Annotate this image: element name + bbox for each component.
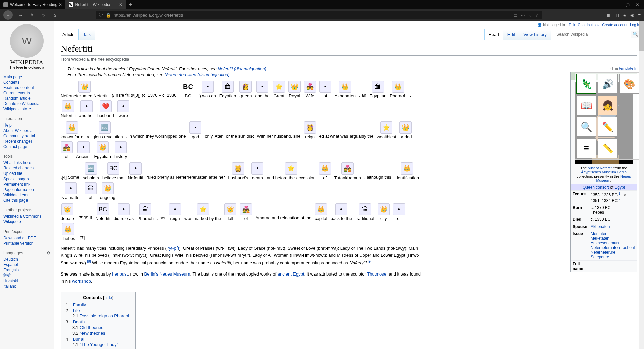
ref-8[interactable]: [8] (87, 260, 91, 263)
reload-button[interactable]: ⟳ (40, 11, 47, 19)
lock-icon[interactable]: 🔒 (106, 13, 111, 18)
sidebar-link[interactable]: Main page (3, 74, 50, 80)
sidebar-link[interactable]: Random article (3, 96, 50, 101)
infobox-link[interactable]: Meketaten (591, 236, 635, 241)
toc-link[interactable]: New theories (80, 331, 105, 336)
page-tab[interactable]: Talk (78, 29, 95, 40)
a11y-reader-icon[interactable]: 👧 (598, 95, 618, 115)
sidebar-link[interactable]: Cite this page (3, 198, 50, 203)
a11y-annotate-icon[interactable]: ✏️ (598, 117, 618, 137)
back-button[interactable]: ← (3, 10, 13, 20)
toc-link[interactable]: Burial (73, 337, 84, 342)
bookmark-star-icon[interactable]: ☆ (535, 13, 539, 18)
sidebar-link[interactable]: Recent changes (3, 139, 50, 144)
sidebar-link[interactable]: Printable version (3, 241, 50, 246)
pocket-icon[interactable]: ⌄ (528, 13, 532, 18)
library-icon[interactable]: ⫼ (606, 13, 611, 18)
toc-link[interactable]: Possible reign as Pharaoh (80, 313, 131, 318)
sidebar-link[interactable]: Wikimedia Commons (3, 214, 50, 219)
sidebar-link[interactable]: Current events (3, 90, 50, 96)
sidebar-link[interactable]: Page information (3, 187, 50, 192)
sidebar-icon[interactable]: ◫ (615, 13, 619, 18)
sidebar-link[interactable]: Hrvatski (3, 278, 50, 284)
page-tab[interactable]: View history (519, 29, 551, 40)
search-input[interactable] (554, 31, 631, 38)
gear-icon[interactable]: ⚙ (47, 251, 50, 255)
page-tab[interactable]: Edit (503, 29, 519, 40)
sidebar-link[interactable]: Download as PDF (3, 235, 50, 241)
toc-link[interactable]: Death (73, 319, 85, 325)
close-window-icon[interactable]: ✕ (636, 2, 639, 7)
page-tab[interactable]: Read (484, 29, 503, 40)
sidebar-link[interactable]: Deutsch (3, 257, 50, 262)
page-tab[interactable]: Article (58, 29, 79, 40)
personal-link[interactable]: Create account (602, 23, 627, 27)
sidebar-link[interactable]: Upload file (3, 171, 50, 176)
a11y-chameleon-icon[interactable]: 🦎 (576, 74, 596, 94)
sidebar-link[interactable]: Donate to Wikipedia (3, 101, 50, 106)
infobox-link[interactable]: Neferneferure (591, 250, 635, 255)
close-icon[interactable]: ✕ (59, 2, 62, 7)
edit-url-icon[interactable]: ✎ (28, 11, 36, 19)
sidebar-link[interactable]: Wikipedia store (3, 106, 50, 112)
infobox-link[interactable]: Setepenre (591, 255, 635, 259)
disambig-link-2[interactable]: Neferneferuaten (disambiguation) (165, 72, 230, 77)
sidebar-link[interactable]: Wikidata item (3, 192, 50, 198)
ancient-egypt-link[interactable]: ancient Egypt (278, 271, 304, 277)
wikipedia-logo[interactable]: W WIKIPEDIA The Free Encyclopedia (3, 24, 50, 69)
sidebar-link[interactable]: Related changes (3, 165, 50, 171)
queen-consort-link[interactable]: Queen consort (583, 185, 609, 190)
ref-9[interactable]: [9] (368, 260, 371, 263)
page-actions-icon[interactable]: ⋯ (521, 13, 525, 18)
thutmose-link[interactable]: Thutmose (367, 271, 386, 277)
url-bar[interactable]: 🛡 🔒 https://en.wikipedia.org/wiki/Nefert… (96, 11, 542, 19)
toc-link[interactable]: Old theories (80, 325, 103, 330)
template-link[interactable]: template In (619, 66, 637, 70)
bust-link[interactable]: bust of Nefertiti (588, 166, 612, 170)
a11y-palette-icon[interactable]: 🎨 (619, 74, 639, 94)
home-button[interactable]: ⌂ (51, 11, 58, 19)
menu-icon[interactable]: ≡ (638, 13, 641, 18)
infobox-link[interactable]: Meritaten (591, 231, 635, 236)
toc-link[interactable]: "The Younger Lady" (80, 342, 118, 347)
a11y-magnify-icon[interactable]: 🔍 (576, 117, 596, 137)
personal-link[interactable]: Contributions (578, 23, 600, 27)
sidebar-link[interactable]: Contents (3, 80, 50, 85)
workshop-link[interactable]: workshop (72, 279, 91, 284)
sidebar-link[interactable]: Permanent link (3, 182, 50, 187)
maximize-icon[interactable]: ▢ (626, 2, 630, 7)
sidebar-link[interactable]: हिन्दी (3, 273, 50, 278)
infobox-link[interactable]: Akhenaten (591, 224, 635, 229)
toc-link[interactable]: Life (73, 308, 80, 313)
neues-museum-link-2[interactable]: Berlin's Neues Museum (144, 271, 190, 277)
sidebar-link[interactable]: Help (3, 122, 50, 128)
sidebar-link[interactable]: Italiano (3, 284, 50, 289)
close-icon[interactable]: ✕ (119, 2, 122, 7)
sidebar-link[interactable]: Contact page (3, 144, 50, 149)
a11y-speak-icon[interactable]: 🔊 (598, 74, 618, 94)
toc-link[interactable]: Family (73, 302, 86, 307)
reader-mode-icon[interactable]: ▤ (513, 13, 517, 18)
new-tab-button[interactable]: + (126, 2, 136, 8)
sidebar-link[interactable]: What links here (3, 160, 50, 165)
egypt-link[interactable]: Egypt (614, 185, 625, 190)
a11y-layout-icon[interactable]: ≡ (576, 138, 596, 158)
sidebar-link[interactable]: Español (3, 262, 50, 267)
personal-link[interactable]: Talk (569, 23, 575, 27)
a11y-read-icon[interactable]: 📖 (576, 95, 596, 115)
scrollbar-thumb[interactable] (639, 21, 644, 51)
browser-tab-easy-reading[interactable]: Welcome to Easy Reading! ✕ (0, 0, 65, 9)
minimize-icon[interactable]: — (615, 2, 620, 7)
sidebar-link[interactable]: Français (3, 267, 50, 273)
infobox-link[interactable]: Ankhesenamun (591, 241, 635, 245)
toc-toggle[interactable]: hide (104, 295, 112, 300)
browser-tab-wikipedia[interactable]: W Nefertiti - Wikipedia ✕ (65, 0, 126, 9)
shield-icon[interactable]: 🛡 (99, 13, 103, 18)
irytpt-link[interactable]: iryt-pˤt (167, 246, 179, 251)
sidebar-link[interactable]: Community portal (3, 133, 50, 139)
disambig-link[interactable]: Nefertiti (disambiguation) (218, 66, 266, 71)
extension-icon[interactable]: ◈ (623, 13, 626, 18)
vertical-scrollbar[interactable] (639, 21, 644, 349)
infobox-link[interactable]: Neferneferuaten Tasherit (591, 245, 635, 250)
her-bust-link[interactable]: her bust (112, 271, 128, 277)
